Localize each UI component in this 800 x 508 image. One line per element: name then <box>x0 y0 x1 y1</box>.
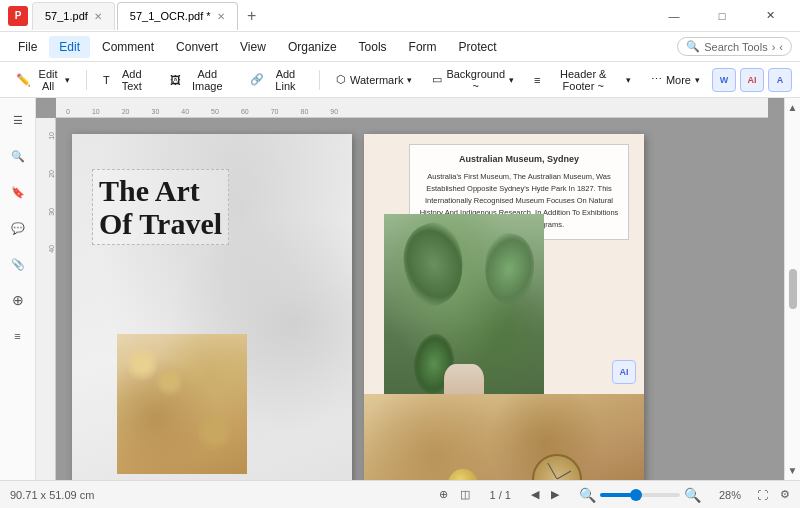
ruler-tick: 20 <box>48 170 55 178</box>
clock-hand <box>547 463 557 479</box>
menu-protect[interactable]: Protect <box>449 36 507 58</box>
fit-page-button[interactable]: ⛶ <box>757 489 768 501</box>
sidebar-comment-icon[interactable]: 💬 <box>4 214 32 242</box>
ruler-tick: 60 <box>241 108 249 115</box>
ruler-tick: 80 <box>300 108 308 115</box>
header-footer-label: Header & Footer ~ <box>545 68 622 92</box>
zoom-thumb[interactable] <box>630 489 642 501</box>
watermark-button[interactable]: ⬡ Watermark ▾ <box>328 69 420 90</box>
sidebar-menu-icon[interactable]: ☰ <box>4 106 32 134</box>
page-title-box[interactable]: The ArtOf Travel <box>92 169 229 245</box>
settings-button[interactable]: ⚙ <box>780 488 790 501</box>
edit-icon: ✏️ <box>16 73 31 87</box>
sidebar-search-icon[interactable]: 🔍 <box>4 142 32 170</box>
edit-toolbar: ✏️ Edit All ▾ T Add Text 🖼 Add Image 🔗 A… <box>0 62 800 98</box>
next-page-button[interactable]: ▶ <box>551 488 559 501</box>
zoom-level: 28% <box>719 489 741 501</box>
image-icon: 🖼 <box>170 74 181 86</box>
ruler-tick: 50 <box>211 108 219 115</box>
menu-organize[interactable]: Organize <box>278 36 347 58</box>
ai-word-button[interactable]: W <box>712 68 736 92</box>
prev-page-button[interactable]: ◀ <box>531 488 539 501</box>
sidebar-attach-icon[interactable]: 📎 <box>4 250 32 278</box>
more-label: More <box>666 74 691 86</box>
scroll-up-button[interactable]: ▲ <box>788 102 798 113</box>
menu-tools[interactable]: Tools <box>349 36 397 58</box>
scroll-thumb[interactable] <box>789 269 797 309</box>
maximize-button[interactable]: □ <box>700 2 744 30</box>
more-icon: ⋯ <box>651 73 662 86</box>
ai-office-button[interactable]: A <box>768 68 792 92</box>
tab-label: 57_1.pdf <box>45 10 88 22</box>
ruler-tick: 90 <box>330 108 338 115</box>
menu-form[interactable]: Form <box>399 36 447 58</box>
sidebar-bookmark-icon[interactable]: 🔖 <box>4 178 32 206</box>
page-floral-image <box>117 334 247 474</box>
left-sidebar: ☰ 🔍 🔖 💬 📎 ⊕ ≡ <box>0 98 36 480</box>
link-icon: 🔗 <box>250 73 264 86</box>
menu-edit[interactable]: Edit <box>49 36 90 58</box>
minimize-button[interactable]: — <box>652 2 696 30</box>
menu-comment[interactable]: Comment <box>92 36 164 58</box>
ai-badge-right[interactable]: AI <box>612 360 636 384</box>
add-link-button[interactable]: 🔗 Add Link <box>242 64 311 96</box>
add-text-label: Add Text <box>114 68 150 92</box>
close-icon[interactable]: ✕ <box>217 11 225 22</box>
edit-all-button[interactable]: ✏️ Edit All ▾ <box>8 64 78 96</box>
ruler-tick: 40 <box>48 245 55 253</box>
header-icon: ≡ <box>534 74 540 86</box>
zoom-controls: 🔍 🔍 <box>579 487 701 503</box>
ruler-tick: 20 <box>122 108 130 115</box>
dropdown-icon: ▾ <box>695 75 700 85</box>
flower-detail <box>157 364 182 399</box>
add-image-label: Add Image <box>185 68 230 92</box>
tab-57-1-ocr[interactable]: 57_1_OCR.pdf * ✕ <box>117 2 238 30</box>
search-tools[interactable]: 🔍 Search Tools › ‹ <box>677 37 792 56</box>
ocr-icon[interactable]: ◫ <box>460 488 470 501</box>
menu-file[interactable]: File <box>8 36 47 58</box>
menu-bar: File Edit Comment Convert View Organize … <box>0 32 800 62</box>
ruler-left: 10 20 30 40 <box>36 118 56 480</box>
tab-57-1[interactable]: 57_1.pdf ✕ <box>32 2 115 30</box>
dropdown-icon: ▾ <box>626 75 631 85</box>
add-text-button[interactable]: T Add Text <box>95 64 158 96</box>
ruler-tick: 70 <box>271 108 279 115</box>
zoom-fill <box>600 493 632 497</box>
pdf-page-right: Australian Museum, Sydney Australia's Fi… <box>364 134 644 480</box>
plant-image <box>384 214 544 414</box>
watermark-icon: ⬡ <box>336 73 346 86</box>
add-link-label: Add Link <box>268 68 303 92</box>
scroll-track[interactable] <box>789 113 797 465</box>
pdf-page-left: The ArtOf Travel <box>72 134 352 480</box>
toolbar-right-icons: W AI A <box>712 68 792 92</box>
document-dimensions: 90.71 x 51.09 cm <box>10 489 94 501</box>
new-tab-button[interactable]: + <box>240 4 264 28</box>
watermark-label: Watermark <box>350 74 403 86</box>
header-footer-button[interactable]: ≡ Header & Footer ~ ▾ <box>526 64 639 96</box>
more-button[interactable]: ⋯ More ▾ <box>643 69 708 90</box>
close-icon[interactable]: ✕ <box>94 11 102 22</box>
add-image-button[interactable]: 🖼 Add Image <box>162 64 238 96</box>
close-window-button[interactable]: ✕ <box>748 2 792 30</box>
main-area: ☰ 🔍 🔖 💬 📎 ⊕ ≡ 0 10 20 30 40 50 60 70 80 … <box>0 98 800 480</box>
menu-convert[interactable]: Convert <box>166 36 228 58</box>
page-indicator: 1 / 1 <box>490 489 511 501</box>
app-icon: P <box>8 6 28 26</box>
right-scroll-panel: ▲ ▼ <box>784 98 800 480</box>
background-icon: ▭ <box>432 73 442 86</box>
sidebar-layers-icon[interactable]: ≡ <box>4 322 32 350</box>
ai-button[interactable]: AI <box>740 68 764 92</box>
menu-view[interactable]: View <box>230 36 276 58</box>
museum-title: Australian Museum, Sydney <box>418 153 620 167</box>
text-icon: T <box>103 74 110 86</box>
zoom-out-button[interactable]: 🔍 <box>579 487 596 503</box>
sidebar-add-icon[interactable]: ⊕ <box>4 286 32 314</box>
scan-icon[interactable]: ⊕ <box>439 488 448 501</box>
background-button[interactable]: ▭ Background ~ ▾ <box>424 64 522 96</box>
separator <box>319 70 320 90</box>
edit-all-label: Edit All <box>35 68 61 92</box>
scroll-down-button[interactable]: ▼ <box>788 465 798 476</box>
ruler-top: 0 10 20 30 40 50 60 70 80 90 <box>56 98 768 118</box>
zoom-slider[interactable] <box>600 493 680 497</box>
zoom-in-button[interactable]: 🔍 <box>684 487 701 503</box>
